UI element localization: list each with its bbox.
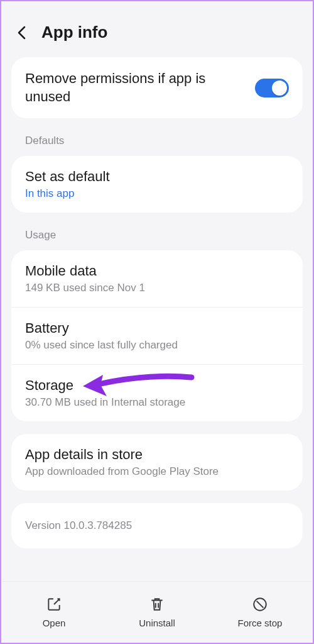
uninstall-button[interactable]: Uninstall xyxy=(106,582,208,643)
mobile-data-row[interactable]: Mobile data 149 KB used since Nov 1 xyxy=(11,250,303,307)
uninstall-label: Uninstall xyxy=(139,618,175,628)
version-text: Version 10.0.3.784285 xyxy=(25,519,289,532)
mobile-data-sub: 149 KB used since Nov 1 xyxy=(25,282,289,294)
defaults-section-label: Defaults xyxy=(11,131,303,156)
chevron-left-icon xyxy=(17,26,26,40)
set-as-default-row[interactable]: Set as default In this app xyxy=(11,156,303,213)
permissions-card: Remove permissions if app is unused xyxy=(11,57,303,118)
storage-row[interactable]: Storage 30.70 MB used in Internal storag… xyxy=(11,364,303,421)
bottom-bar: Open Uninstall Force stop xyxy=(3,581,311,643)
version-card: Version 10.0.3.784285 xyxy=(11,503,303,548)
set-as-default-title: Set as default xyxy=(25,169,289,185)
defaults-card: Set as default In this app xyxy=(11,156,303,213)
force-stop-icon xyxy=(252,596,268,613)
header: App info xyxy=(11,11,303,57)
force-stop-button[interactable]: Force stop xyxy=(208,582,311,643)
battery-sub: 0% used since last fully charged xyxy=(25,339,289,352)
remove-permissions-row[interactable]: Remove permissions if app is unused xyxy=(11,57,303,118)
page-title: App info xyxy=(41,23,107,42)
mobile-data-title: Mobile data xyxy=(25,263,289,279)
app-details-sub: App downloaded from Google Play Store xyxy=(25,465,289,478)
back-button[interactable] xyxy=(14,25,29,40)
set-as-default-sub: In this app xyxy=(25,187,289,200)
battery-title: Battery xyxy=(25,320,289,336)
open-button[interactable]: Open xyxy=(3,582,106,643)
remove-permissions-toggle[interactable] xyxy=(255,79,289,97)
open-icon xyxy=(46,596,62,613)
storage-sub: 30.70 MB used in Internal storage xyxy=(25,396,289,409)
usage-section-label: Usage xyxy=(11,225,303,250)
app-details-in-store-row[interactable]: App details in store App downloaded from… xyxy=(11,434,303,491)
force-stop-label: Force stop xyxy=(238,618,283,628)
storage-title: Storage xyxy=(25,377,289,394)
app-details-title: App details in store xyxy=(25,447,289,463)
trash-icon xyxy=(149,596,165,613)
remove-permissions-label: Remove permissions if app is unused xyxy=(25,70,245,106)
usage-card: Mobile data 149 KB used since Nov 1 Batt… xyxy=(11,250,303,421)
battery-row[interactable]: Battery 0% used since last fully charged xyxy=(11,307,303,364)
open-label: Open xyxy=(43,618,66,628)
store-card: App details in store App downloaded from… xyxy=(11,434,303,491)
